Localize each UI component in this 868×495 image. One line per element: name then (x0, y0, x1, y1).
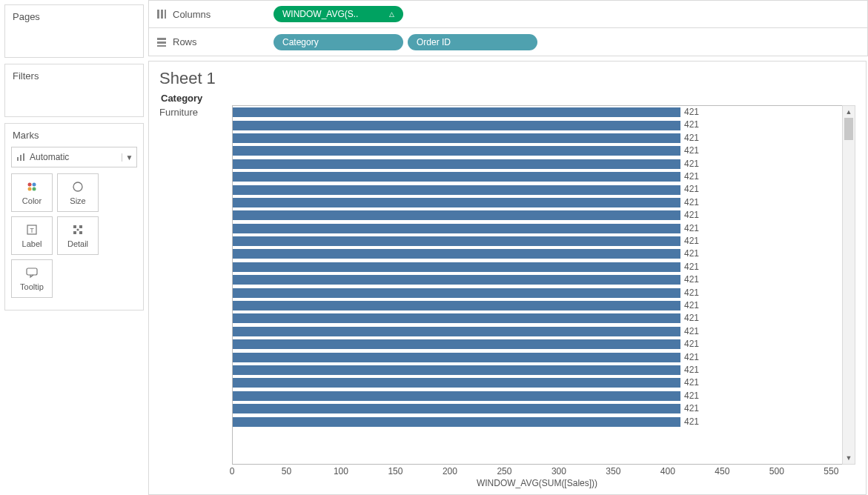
svg-point-3 (28, 183, 32, 187)
rows-icon (155, 37, 168, 47)
bar[interactable] (233, 262, 680, 272)
columns-pill-windowavg[interactable]: WINDOW_AVG(S.. △ (274, 6, 403, 22)
marks-type-select[interactable]: Automatic ▼ (11, 147, 137, 167)
bar[interactable] (233, 249, 680, 259)
svg-point-4 (33, 183, 36, 187)
bar[interactable] (233, 185, 680, 195)
bar-row[interactable] (233, 183, 680, 196)
bar-row[interactable] (233, 415, 680, 428)
bar-row[interactable] (233, 196, 680, 209)
bar-row[interactable] (233, 235, 680, 248)
bar-data-label: 421 (682, 288, 699, 298)
bar-row[interactable] (233, 170, 680, 183)
bar-row[interactable] (233, 119, 680, 131)
rows-shelf[interactable]: Rows Category Order ID (148, 28, 868, 56)
label-label: Label (22, 239, 42, 248)
bar[interactable] (233, 313, 680, 323)
color-button[interactable]: Color (11, 173, 53, 212)
svg-rect-18 (165, 10, 166, 19)
bar-row[interactable] (233, 286, 680, 299)
bar[interactable] (233, 198, 680, 207)
chart-plot-area[interactable] (232, 105, 680, 465)
axis-tick: 550 (824, 466, 838, 476)
bar-row[interactable] (233, 364, 680, 376)
x-axis-title: WINDOW_AVG(SUM([Sales])) (232, 478, 842, 488)
bar-row[interactable] (233, 351, 680, 363)
detail-button[interactable]: Detail (57, 216, 99, 255)
category-header: Category (159, 93, 232, 104)
bar-row[interactable] (233, 248, 680, 260)
bar-row[interactable] (233, 402, 680, 415)
rows-pill-orderid[interactable]: Order ID (408, 34, 537, 50)
marks-select-label: Automatic (30, 152, 122, 162)
vertical-scrollbar[interactable]: ▲ ▼ (842, 105, 855, 465)
svg-point-6 (33, 187, 36, 191)
bar-data-label: 421 (682, 248, 699, 259)
bar-row[interactable] (233, 209, 680, 222)
label-button[interactable]: T Label (11, 216, 53, 255)
filters-panel: Filters (4, 64, 144, 117)
bar-data-label: 421 (682, 184, 699, 194)
bar[interactable] (233, 159, 680, 169)
bar[interactable] (233, 353, 680, 362)
sheet-title[interactable]: Sheet 1 (159, 69, 855, 88)
bar[interactable] (233, 301, 680, 310)
bar[interactable] (233, 404, 680, 413)
pill-text: Category (282, 37, 319, 47)
bar-data-label: 421 (682, 416, 699, 427)
bar[interactable] (233, 288, 680, 298)
bar[interactable] (233, 107, 680, 117)
bar-data-label: 421 (682, 262, 699, 272)
bar[interactable] (233, 391, 680, 401)
svg-text:T: T (30, 227, 34, 234)
bar-row[interactable] (233, 376, 680, 389)
bar[interactable] (233, 365, 680, 375)
bar[interactable] (233, 236, 680, 246)
scroll-down-icon[interactable]: ▼ (843, 452, 855, 464)
columns-shelf[interactable]: Columns WINDOW_AVG(S.. △ (148, 0, 868, 28)
x-axis[interactable]: 050100150200250300350400450500550 WINDOW… (232, 465, 842, 494)
bar-data-label: 421 (682, 274, 699, 285)
bar-row[interactable] (233, 106, 680, 119)
bar-row[interactable] (233, 325, 680, 338)
bar[interactable] (233, 133, 680, 143)
bar-row[interactable] (233, 299, 680, 312)
svg-rect-15 (27, 268, 37, 275)
bar[interactable] (233, 146, 680, 156)
bar-row[interactable] (233, 261, 680, 273)
svg-point-7 (73, 182, 82, 191)
scroll-up-icon[interactable]: ▲ (843, 106, 855, 118)
filters-title: Filters (5, 64, 143, 87)
bar[interactable] (233, 417, 680, 427)
rows-pill-category[interactable]: Category (274, 34, 403, 50)
tooltip-button[interactable]: Tooltip (11, 259, 53, 298)
bar-row[interactable] (233, 132, 680, 144)
svg-rect-16 (157, 10, 159, 19)
scroll-thumb[interactable] (844, 118, 853, 140)
bar[interactable] (233, 339, 680, 349)
bar[interactable] (233, 172, 680, 182)
bar-data-label: 421 (682, 236, 699, 246)
category-value: Furniture (159, 107, 232, 118)
bar-row[interactable] (233, 222, 680, 235)
bar[interactable] (233, 378, 680, 388)
bar[interactable] (233, 121, 680, 130)
bar[interactable] (233, 275, 680, 285)
size-button[interactable]: Size (57, 173, 99, 212)
bar-data-label: 421 (682, 300, 699, 310)
svg-rect-2 (23, 153, 24, 161)
tooltip-label: Tooltip (20, 282, 44, 291)
bar-row[interactable] (233, 338, 680, 351)
svg-rect-1 (20, 155, 21, 161)
bar[interactable] (233, 224, 680, 233)
svg-point-14 (76, 228, 79, 230)
bar[interactable] (233, 327, 680, 336)
bar-row[interactable] (233, 144, 680, 157)
bar[interactable] (233, 210, 680, 220)
bar-row[interactable] (233, 390, 680, 402)
svg-point-5 (28, 187, 32, 191)
bar-row[interactable] (233, 158, 680, 170)
bar-row[interactable] (233, 273, 680, 286)
bar-data-label: 421 (682, 365, 699, 375)
bar-row[interactable] (233, 312, 680, 325)
